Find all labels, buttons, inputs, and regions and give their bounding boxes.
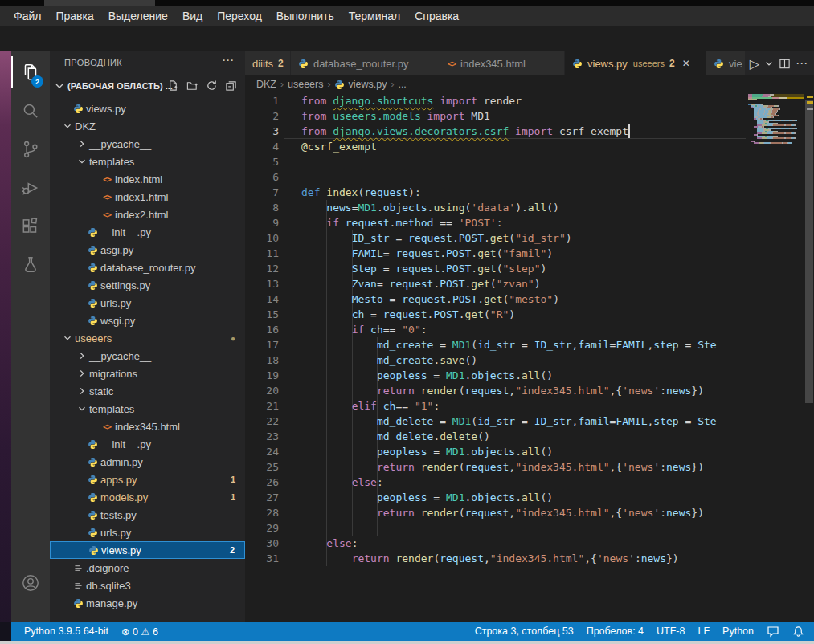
tree-file-index2.html[interactable]: <>index2.html: [50, 206, 245, 223]
search-icon[interactable]: [11, 93, 50, 128]
menu-item-вид[interactable]: Вид: [175, 6, 210, 26]
html-icon: <>: [103, 175, 111, 184]
tree-folder-static[interactable]: static: [50, 382, 245, 400]
tree-file-models.py[interactable]: models.py1: [50, 488, 245, 506]
tree-file-index345.html[interactable]: <>index345.html: [50, 418, 245, 435]
status-language-mode[interactable]: Python: [722, 626, 754, 637]
code-line-7: def index(request):: [301, 185, 814, 200]
tree-file-__init__.py[interactable]: __init__.py: [50, 435, 245, 453]
run-and-debug-icon[interactable]: [11, 170, 50, 206]
tree-folder-__pycache__[interactable]: __pycache__: [50, 347, 245, 365]
code-lines: from django.shortcuts import renderfrom …: [301, 93, 814, 566]
tree-file-.dcignore[interactable]: .dcignore: [50, 559, 245, 577]
python-icon: [572, 59, 583, 69]
code-line-4: @csrf_exempt: [301, 139, 814, 154]
tree-folder-useeers[interactable]: useeers●: [50, 329, 245, 347]
menu-item-выделение[interactable]: Выделение: [101, 6, 175, 26]
menu-item-терминал[interactable]: Терминал: [342, 6, 407, 26]
testing-icon[interactable]: [11, 247, 50, 283]
status-encoding[interactable]: UTF-8: [657, 626, 685, 637]
new-folder-icon[interactable]: [186, 79, 198, 92]
feedback-icon[interactable]: [767, 625, 779, 638]
line-number: 5: [245, 154, 279, 169]
tab-database_roouter.py[interactable]: database_roouter.py: [291, 51, 440, 75]
tree-item-label: __pycache__: [89, 138, 151, 150]
run-dropdown-icon[interactable]: [764, 59, 774, 68]
status-cursor-position[interactable]: Строка 3, столбец 53: [475, 626, 574, 637]
workspace-section-header[interactable]: (РАБОЧАЯ ОБЛАСТЬ) ...: [50, 74, 245, 98]
status-indentation[interactable]: Пробелов: 4: [587, 626, 644, 637]
split-editor-icon[interactable]: [779, 58, 791, 70]
new-file-icon[interactable]: [167, 79, 179, 92]
tree-file-urls.py[interactable]: urls.py: [50, 524, 245, 541]
tree-file-db.sqlite3[interactable]: db.sqlite3: [50, 577, 245, 594]
account-icon[interactable]: [11, 565, 50, 601]
line-number: 30: [245, 536, 279, 551]
explorer-icon[interactable]: 2: [11, 55, 50, 90]
tree-file-database_roouter.py[interactable]: database_roouter.py: [50, 259, 245, 276]
sidebar-more-actions-icon[interactable]: ⋯: [222, 53, 234, 67]
tree-file-views.py[interactable]: views.py2: [50, 541, 245, 559]
explorer-sidebar: ПРОВОДНИК ⋯ (РАБОЧАЯ ОБЛАСТЬ) ... views.…: [50, 51, 245, 644]
tree-file-asgi.py[interactable]: asgi.py: [50, 241, 245, 259]
tab-views.py[interactable]: views.pyuseeers2✕: [565, 51, 706, 75]
tree-file-views.py[interactable]: views.py: [50, 100, 245, 117]
explorer-badge: 2: [31, 75, 43, 88]
code-line-12: Step = request.POST.get("step"): [301, 261, 814, 276]
menu-item-файл[interactable]: Файл: [6, 6, 48, 26]
menu-item-переход[interactable]: Переход: [210, 6, 269, 26]
tree-file-__init__.py[interactable]: __init__.py: [50, 223, 245, 241]
menu-item-выполнить[interactable]: Выполнить: [269, 6, 342, 26]
tree-folder-migrations[interactable]: migrations: [50, 365, 245, 382]
vscode-window: ФайлПравкаВыделениеВидПереходВыполнитьТе…: [0, 0, 814, 644]
tab-diiits[interactable]: diiits2●: [245, 51, 291, 75]
collapse-all-icon[interactable]: [225, 79, 237, 92]
tree-folder-__pycache__[interactable]: __pycache__: [50, 135, 245, 153]
source-control-icon[interactable]: [11, 132, 50, 167]
tree-folder-templates[interactable]: templates: [50, 153, 245, 170]
tree-file-manage.py[interactable]: manage.py: [50, 594, 245, 612]
status-python-interpreter[interactable]: Python 3.9.5 64-bit: [24, 626, 108, 637]
tree-file-tests.py[interactable]: tests.py: [50, 506, 245, 524]
line-number: 29: [245, 520, 279, 536]
tree-item-label: index1.html: [115, 191, 168, 203]
status-eol[interactable]: LF: [697, 626, 710, 637]
overview-warning-mark: [807, 101, 813, 104]
tree-folder-DKZ[interactable]: DKZ: [50, 117, 245, 135]
run-button[interactable]: ▷: [750, 56, 759, 71]
workspace-actions: [167, 79, 237, 92]
tree-file-index1.html[interactable]: <>index1.html: [50, 188, 245, 206]
bell-icon[interactable]: [792, 626, 804, 638]
tree-file-urls.py[interactable]: urls.py: [50, 294, 245, 312]
extensions-icon[interactable]: [11, 209, 50, 244]
menu-item-правка[interactable]: Правка: [48, 6, 100, 26]
tree-folder-templates[interactable]: templates: [50, 400, 245, 418]
chevron-right-icon: [76, 385, 88, 397]
line-number: 1: [245, 93, 279, 108]
refresh-icon[interactable]: [206, 79, 218, 92]
tree-item-label: settings.py: [100, 279, 150, 291]
breadcrumb-item-...[interactable]: ...: [398, 79, 406, 90]
tree-file-wsgi.py[interactable]: wsgi.py: [50, 312, 245, 329]
tree-item-label: useeers: [75, 332, 112, 344]
vertical-scrollbar[interactable]: [805, 100, 813, 403]
breadcrumb-item-views.py[interactable]: views.py: [334, 79, 387, 90]
code-area[interactable]: 1234567891011121314151617181920212223242…: [245, 93, 814, 628]
chevron-down-icon: [76, 403, 88, 414]
breadcrumb: DKZ›useeers›views.py›...: [245, 75, 814, 93]
close-icon[interactable]: ✕: [682, 58, 690, 69]
more-actions-icon[interactable]: ⋯: [796, 56, 808, 71]
line-number: 3: [245, 124, 279, 139]
breadcrumb-item-DKZ[interactable]: DKZ: [256, 79, 276, 90]
tree-item-label: views.py: [101, 544, 141, 556]
tree-file-index.html[interactable]: <>index.html: [50, 170, 245, 188]
tab-index345.html[interactable]: <>index345.html: [440, 51, 565, 75]
tree-file-admin.py[interactable]: admin.py: [50, 453, 245, 471]
menu-item-справка[interactable]: Справка: [407, 6, 466, 26]
tree-file-settings.py[interactable]: settings.py: [50, 276, 245, 294]
breadcrumb-item-useeers[interactable]: useeers: [288, 79, 323, 90]
tree-file-apps.py[interactable]: apps.py1: [50, 471, 245, 488]
status-problems[interactable]: ⊗ 0 ⚠ 6: [121, 626, 158, 638]
tab-bar: diiits2●database_roouter.py<>index345.ht…: [245, 51, 814, 75]
minimap[interactable]: [746, 94, 804, 144]
